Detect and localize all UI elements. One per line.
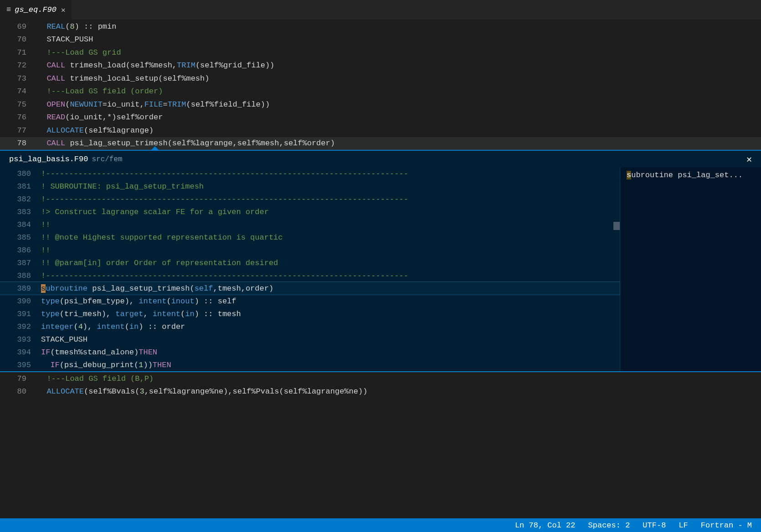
code-content[interactable]: CALL trimesh_load(self%mesh,TRIM(self%gr… [37,61,761,70]
code-content[interactable]: !---Load GS field (order) [37,87,761,96]
code-content[interactable]: !---Load GS field (B,P) [37,374,761,383]
code-line[interactable]: 380!------------------------------------… [0,167,620,180]
code-line[interactable]: 383!> Construct lagrange scalar FE for a… [0,205,620,218]
code-content[interactable]: READ(io_unit,*)self%order [37,113,761,122]
code-line[interactable]: 386!! [0,244,620,256]
code-line[interactable]: 389subroutine psi_lag_setup_trimesh(self… [0,282,620,295]
code-content[interactable]: ALLOCATE(self%lagrange) [37,126,761,135]
code-token: =io_unit, [103,100,144,109]
code-line[interactable]: 390type(psi_bfem_type), intent(inout) ::… [0,295,620,307]
code-line[interactable]: 72 CALL trimesh_load(self%mesh,TRIM(self… [0,59,761,72]
code-line[interactable]: 77 ALLOCATE(self%lagrange) [0,124,761,137]
code-content[interactable]: !---------------------------------------… [41,271,620,280]
code-token: ), [83,322,97,331]
code-content[interactable]: IF(psi_debug_print(1))THEN [41,361,620,369]
code-content[interactable]: STACK_PUSH [37,35,761,44]
code-line[interactable]: 392integer(4), intent(in) :: order [0,320,620,333]
code-line[interactable]: 73 CALL trimesh_local_setup(self%mesh) [0,72,761,85]
status-eol[interactable]: LF [679,521,688,530]
code-content[interactable]: !! @note Highest supported representatio… [41,233,620,242]
editor[interactable]: 69 REAL(8) :: pmin70 STACK_PUSH71 !---Lo… [0,20,761,518]
code-line[interactable]: 382!------------------------------------… [0,193,620,205]
code-line[interactable]: 76 READ(io_unit,*)self%order [0,111,761,124]
status-cursor-position[interactable]: Ln 78, Col 22 [515,521,576,530]
code-content[interactable]: !> Construct lagrange scalar FE for a gi… [41,208,620,216]
editor-tab[interactable]: ≡ gs_eq.F90 ✕ [0,0,72,20]
code-token [37,100,46,109]
code-line[interactable]: 391type(tri_mesh), target, intent(in) ::… [0,307,620,320]
code-token: !---------------------------------------… [41,195,408,204]
code-content[interactable]: subroutine psi_lag_setup_trimesh(self,tm… [41,284,620,293]
code-line[interactable]: 71 !---Load GS grid [0,46,761,59]
code-token: READ [46,113,65,122]
code-token: trimesh_load(self%mesh, [65,61,177,70]
line-number: 77 [0,126,37,135]
code-line[interactable]: 393STACK_PUSH [0,333,620,346]
code-token [37,61,46,70]
code-line[interactable]: 385!! @note Highest supported representa… [0,231,620,244]
scrollbar-thumb[interactable] [613,222,620,230]
line-number: 394 [0,348,41,357]
close-icon[interactable]: ✕ [61,5,66,15]
code-line[interactable]: 394IF(tmesh%stand_alone)THEN [0,346,620,358]
code-content[interactable]: integer(4), intent(in) :: order [41,322,620,331]
code-content[interactable]: type(psi_bfem_type), intent(inout) :: se… [41,297,620,306]
code-token [37,126,46,135]
code-token: ALLOCATE [46,387,84,396]
tab-bar: ≡ gs_eq.F90 ✕ [0,0,761,20]
code-content[interactable]: !! [41,220,620,229]
code-line[interactable]: 78 CALL psi_lag_setup_trimesh(self%lagra… [0,137,761,150]
code-token: = [163,100,167,109]
code-line[interactable]: 79 !---Load GS field (B,P) [0,372,761,385]
code-token: inout [171,297,195,306]
code-content[interactable]: CALL trimesh_local_setup(self%mesh) [37,74,761,83]
code-line[interactable]: 75 OPEN(NEWUNIT=io_unit,FILE=TRIM(self%f… [0,98,761,111]
code-content[interactable]: !! @param[in] order Order of representat… [41,259,620,267]
code-content[interactable]: REAL(8) :: pmin [37,22,761,31]
code-token: IF [41,348,50,357]
code-token [37,387,46,396]
code-token: ( [73,322,78,331]
code-token: !> Construct lagrange scalar FE for a gi… [41,208,269,216]
code-token: in [129,322,139,331]
code-content[interactable]: ALLOCATE(self%Bvals(3,self%lagrange%ne),… [37,387,761,396]
close-icon[interactable]: ✕ [746,153,752,165]
status-language[interactable]: Fortran - M [701,521,752,530]
code-content[interactable]: !---Load GS grid [37,48,761,57]
code-line[interactable]: 69 REAL(8) :: pmin [0,20,761,33]
code-content[interactable]: ! SUBROUTINE: psi_lag_setup_trimesh [41,182,620,191]
peek-reference-item[interactable]: subroutine psi_lag_set... [620,169,761,181]
main-code-area[interactable]: 69 REAL(8) :: pmin70 STACK_PUSH71 !---Lo… [0,20,761,150]
code-content[interactable]: !---------------------------------------… [41,169,620,178]
code-line[interactable]: 74 !---Load GS field (order) [0,85,761,98]
code-content[interactable]: !---------------------------------------… [41,195,620,204]
line-number: 70 [0,35,37,44]
code-content[interactable]: CALL psi_lag_setup_trimesh(self%lagrange… [37,139,761,148]
status-indent[interactable]: Spaces: 2 [588,521,630,530]
code-line[interactable]: 381! SUBROUTINE: psi_lag_setup_trimesh [0,180,620,193]
code-content[interactable]: IF(tmesh%stand_alone)THEN [41,348,620,357]
code-token: OPEN [46,100,65,109]
status-encoding[interactable]: UTF-8 [643,521,666,530]
code-content[interactable]: OPEN(NEWUNIT=io_unit,FILE=TRIM(self%fiel… [37,100,761,109]
code-line[interactable]: 384!! [0,218,620,231]
code-line[interactable]: 70 STACK_PUSH [0,33,761,46]
code-content[interactable]: STACK_PUSH [41,335,620,344]
code-token: s [41,284,46,293]
code-content[interactable]: !! [41,246,620,255]
peek-code-area[interactable]: 380!------------------------------------… [0,167,620,371]
code-line[interactable]: 80 ALLOCATE(self%Bvals(3,self%lagrange%n… [0,385,761,399]
line-number: 382 [0,195,41,204]
code-line[interactable]: 395 IF(psi_debug_print(1))THEN [0,358,620,371]
main-code-area-after[interactable]: 79 !---Load GS field (B,P)80 ALLOCATE(se… [0,372,761,398]
line-number: 388 [0,271,41,280]
code-line[interactable]: 387!! @param[in] order Order of represen… [0,256,620,269]
code-content[interactable]: type(tri_mesh), target, intent(in) :: tm… [41,310,620,318]
code-token [37,139,46,148]
line-number: 75 [0,100,37,109]
line-number: 392 [0,322,41,331]
file-icon: ≡ [6,5,10,14]
code-token: type [41,310,60,318]
peek-reference-list[interactable]: subroutine psi_lag_set... [620,167,761,371]
code-line[interactable]: 388!------------------------------------… [0,269,620,282]
